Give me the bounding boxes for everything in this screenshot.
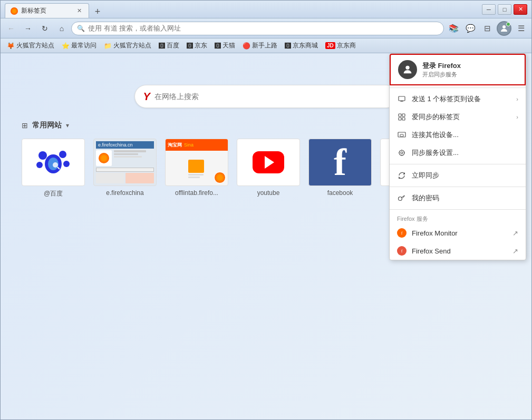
menu-services-label: Firefox 服务 (390, 212, 526, 224)
menu-item-connect[interactable]: 连接其他设备... (390, 126, 526, 144)
search-input[interactable] (154, 92, 389, 101)
section-title: 常用网站 (32, 121, 62, 130)
site-thumb-baidu (22, 139, 85, 186)
address-input[interactable] (88, 24, 438, 32)
bookmark-icon: 📁 (104, 42, 112, 50)
bookmark-label: 火狐官方站点 (16, 41, 54, 50)
bookmark-label: 京东商 (337, 41, 356, 50)
site-label-offlintab: offlintab.firefo... (175, 189, 218, 197)
menu-item-sync-now[interactable]: 立即同步 (390, 167, 526, 184)
chat-icon[interactable]: 💬 (463, 21, 478, 36)
svg-point-27 (399, 197, 402, 201)
home-button[interactable]: ⌂ (54, 21, 69, 36)
bookmark-icon: ⭐ (62, 42, 70, 50)
bookmark-huxin2[interactable]: 📁 火狐官方站点 (101, 40, 154, 51)
site-item-baidu[interactable]: @百度 (22, 139, 85, 198)
synced-tabs-icon (397, 112, 407, 122)
site-item-firefox[interactable]: e.firefoxchina.cn (93, 139, 157, 198)
nav-bar: ← → ↻ ⌂ 🔍 📚 💬 ⊟ ☰ (1, 18, 531, 38)
content-wrapper: ⚙ Y ⊞ 常用网站 ▾ (1, 53, 531, 419)
tab-close-button[interactable]: ✕ (75, 7, 83, 15)
menu-button[interactable]: ☰ (514, 21, 528, 36)
address-bar[interactable]: 🔍 (71, 22, 444, 35)
site-thumb-youtube (237, 139, 300, 186)
menu-item-monitor[interactable]: f Firefox Monitor ↗ (390, 224, 526, 242)
facebook-logo: f (334, 143, 346, 181)
nav-right-icons: 📚 💬 ⊟ ☰ (446, 21, 528, 36)
svg-rect-16 (402, 118, 405, 120)
bookmark-icon: 🔴 (243, 42, 250, 50)
menu-item-label-connect: 连接其他设备... (412, 130, 518, 140)
close-button[interactable]: ✕ (514, 4, 527, 15)
chevron-down-icon: ▾ (66, 122, 69, 129)
menu-item-label-monitor: Firefox Monitor (412, 229, 507, 237)
external-link-icon: ↗ (512, 229, 518, 237)
menu-item-send-tab[interactable]: 发送 1 个标签页到设备 › (390, 90, 526, 108)
bookmark-icon: 🅾 (285, 42, 291, 50)
chevron-right-icon-2: › (516, 114, 518, 120)
menu-item-label-passwords: 我的密码 (412, 193, 518, 203)
bookmark-mostvisited[interactable]: ⭐ 最常访问 (59, 40, 100, 51)
bookmark-label: 火狐官方站点 (113, 41, 151, 50)
menu-divider-1 (390, 87, 526, 88)
search-box[interactable]: Y (134, 85, 398, 108)
svg-point-0 (502, 25, 506, 28)
svg-point-11 (405, 66, 409, 70)
profile-button[interactable] (497, 21, 511, 36)
profile-badge (506, 22, 510, 26)
chevron-right-icon: › (516, 96, 518, 102)
bookmark-label: 京东商城 (293, 41, 318, 50)
send-tab-icon (397, 94, 407, 104)
svg-text:f: f (401, 231, 403, 236)
bookmark-jd1[interactable]: 🅾 京东 (183, 40, 210, 51)
bookmark-jdshangcheng[interactable]: 🅾 京东商城 (282, 40, 321, 51)
window-controls: ─ □ ✕ (482, 4, 527, 15)
site-thumb-offlintab: 淘宝网 Sina (165, 139, 228, 186)
svg-point-6 (63, 161, 70, 167)
svg-rect-15 (399, 118, 401, 120)
bookmark-label: 天猫 (223, 41, 235, 50)
back-button[interactable]: ← (4, 21, 18, 36)
menu-login-subtitle: 开启同步服务 (422, 71, 517, 79)
menu-item-synced-tabs[interactable]: 爱同步的标签页 › (390, 108, 526, 126)
active-tab[interactable]: 新标签页 ✕ (5, 3, 89, 18)
site-thumb-facebook: f (308, 139, 372, 186)
forward-button[interactable]: → (21, 21, 35, 36)
bookmark-baidu[interactable]: 🅾 百度 (156, 40, 182, 51)
menu-item-send-service[interactable]: f Firefox Send ↗ (390, 242, 526, 260)
bookmark-tianmao[interactable]: 🅾 天猫 (211, 40, 238, 51)
bookmarks-bar: 🦊 火狐官方站点 ⭐ 最常访问 📁 火狐官方站点 🅾 百度 🅾 京东 🅾 天猫 … (1, 38, 531, 53)
menu-divider-4 (390, 209, 526, 210)
menu-divider-3 (390, 187, 526, 187)
bookmarks-icon[interactable]: 📚 (446, 21, 461, 36)
refresh-button[interactable]: ↻ (37, 21, 52, 36)
site-item-youtube[interactable]: youtube (237, 139, 300, 198)
grid-icon: ⊞ (22, 121, 28, 130)
new-tab-button[interactable]: + (91, 5, 104, 18)
bookmark-label: 京东 (195, 41, 207, 50)
connect-icon (397, 130, 407, 140)
svg-point-4 (59, 151, 66, 158)
tab-bar: 新标签页 ✕ + (5, 1, 482, 18)
menu-item-label-send: 发送 1 个标签页到设备 (412, 94, 511, 104)
menu-avatar (398, 60, 417, 79)
svg-rect-18 (400, 134, 403, 136)
sync-now-icon (397, 171, 407, 180)
minimize-button[interactable]: ─ (482, 4, 496, 15)
external-link-icon-2: ↗ (512, 247, 518, 255)
menu-item-passwords[interactable]: 我的密码 (390, 189, 526, 207)
menu-item-label-send-service: Firefox Send (412, 247, 507, 255)
bookmark-newuser[interactable]: 🔴 新手上路 (239, 40, 280, 51)
bookmark-jd2[interactable]: JD 京东商 (322, 40, 359, 51)
menu-item-sync-settings[interactable]: 同步服务设置... (390, 144, 526, 162)
svg-point-7 (53, 162, 58, 168)
svg-point-20 (401, 152, 403, 154)
layout-icon[interactable]: ⊟ (480, 21, 495, 36)
menu-header[interactable]: 登录 Firefox 开启同步服务 (390, 54, 526, 85)
maximize-button[interactable]: □ (498, 4, 511, 15)
site-item-offlintab[interactable]: 淘宝网 Sina (165, 139, 228, 198)
dropdown-menu: 登录 Firefox 开启同步服务 发送 1 个标签页到设备 › (389, 53, 526, 260)
site-label-baidu: @百度 (44, 189, 63, 198)
site-item-facebook[interactable]: f facebook (308, 139, 372, 198)
bookmark-huxin1[interactable]: 🦊 火狐官方站点 (4, 40, 57, 51)
